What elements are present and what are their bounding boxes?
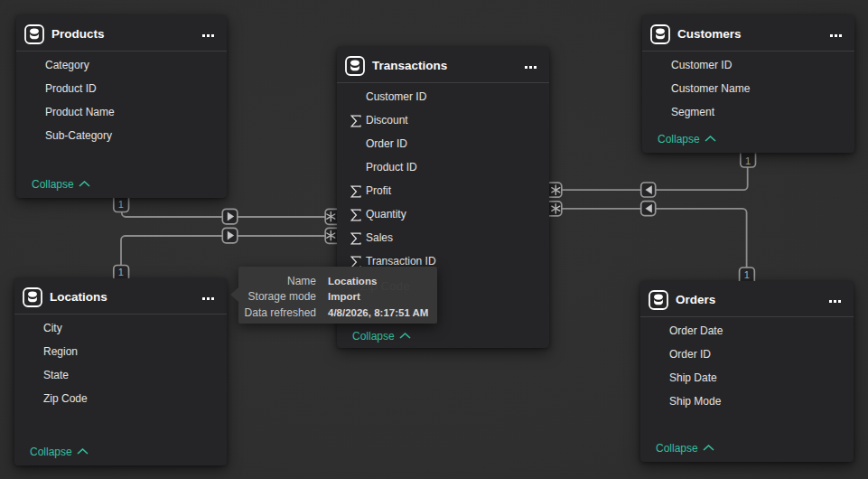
svg-text:1: 1 bbox=[118, 199, 124, 210]
svg-text:1: 1 bbox=[118, 267, 124, 277]
svg-text:1: 1 bbox=[745, 155, 751, 166]
svg-text:1: 1 bbox=[744, 269, 750, 280]
